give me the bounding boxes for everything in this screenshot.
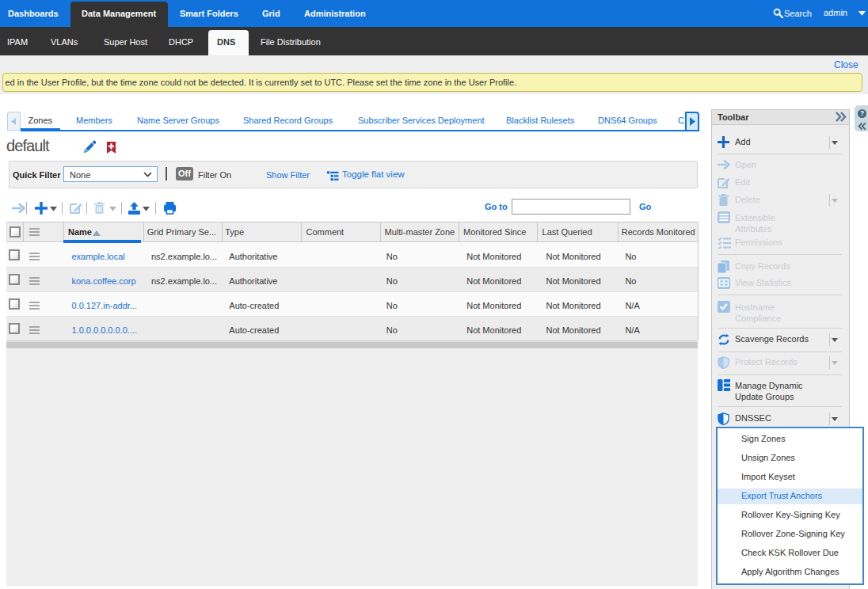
svg-text:?: ? — [860, 109, 864, 117]
